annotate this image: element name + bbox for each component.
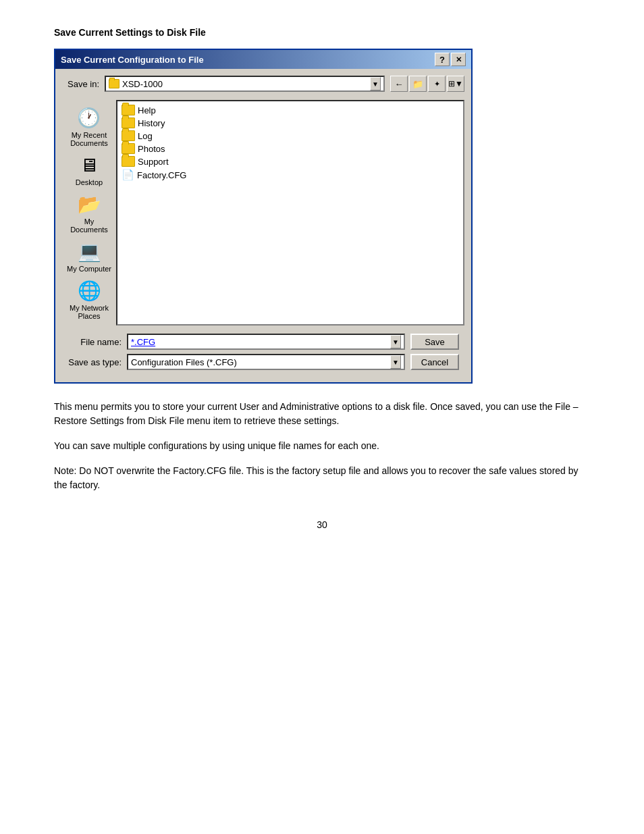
folder-photos-label: Photos <box>138 144 165 154</box>
sidebar-item-mydocs[interactable]: 📂 My Documents <box>65 192 113 234</box>
folder-icon-photos <box>122 143 135 154</box>
folder-log[interactable]: Log <box>120 130 460 142</box>
file-name-dropdown-arrow[interactable]: ▼ <box>390 335 401 348</box>
sidebar-label-mydocs: My Documents <box>65 217 113 234</box>
folder-icon-support <box>122 156 135 167</box>
toolbar-buttons: 📁 ✦ ⊞▼ <box>390 76 464 92</box>
save-type-combo[interactable]: Configuration Files (*.CFG) ▼ <box>127 354 405 370</box>
dialog-bottom: File name: *.CFG ▼ Save Save as type: Co… <box>62 331 464 375</box>
folder-help-label: Help <box>138 105 156 115</box>
body-paragraph-1: This menu permits you to store your curr… <box>54 400 581 428</box>
help-button[interactable]: ? <box>435 53 450 66</box>
dialog-title: Save Current Configuration to File <box>61 55 204 65</box>
file-name-combo[interactable]: *.CFG ▼ <box>127 334 405 350</box>
sidebar-label-computer: My Computer <box>67 265 111 273</box>
file-name-value: *.CFG <box>131 337 390 347</box>
file-list: Help History Log Photos Support <box>116 100 464 325</box>
dialog-main: 🕐 My RecentDocuments 🖥 Desktop 📂 My Docu… <box>62 100 464 325</box>
save-in-value: XSD-1000 <box>122 79 367 89</box>
sidebar-item-desktop[interactable]: 🖥 Desktop <box>76 153 103 186</box>
sidebar-item-recent[interactable]: 🕐 My RecentDocuments <box>70 105 108 147</box>
dialog-titlebar: Save Current Configuration to File ? ✕ <box>55 50 471 69</box>
body-paragraph-2: You can save multiple configurations by … <box>54 439 581 453</box>
folder-icon-history <box>122 118 135 128</box>
computer-icon: 💻 <box>76 239 103 263</box>
save-dialog: Save Current Configuration to File ? ✕ S… <box>54 49 473 384</box>
folder-history[interactable]: History <box>120 117 460 129</box>
file-name-label: File name: <box>68 337 122 347</box>
back-button[interactable] <box>390 76 408 92</box>
folder-help[interactable]: Help <box>120 104 460 116</box>
network-icon: 🌐 <box>76 278 103 303</box>
folder-icon-help <box>122 105 135 115</box>
save-in-label: Save in: <box>62 79 99 89</box>
sidebar-label-desktop: Desktop <box>76 178 103 186</box>
folder-history-label: History <box>138 118 165 128</box>
sidebar-item-network[interactable]: 🌐 My Network Places <box>65 278 113 320</box>
file-factory-cfg[interactable]: 📄 Factory.CFG <box>120 168 460 182</box>
save-type-label: Save as type: <box>68 357 122 367</box>
folder-support-label: Support <box>138 157 169 167</box>
sidebar-item-computer[interactable]: 💻 My Computer <box>67 239 111 273</box>
sidebar-label-network: My Network Places <box>65 304 113 320</box>
cancel-button[interactable]: Cancel <box>410 354 459 370</box>
titlebar-buttons: ? ✕ <box>435 53 466 66</box>
dialog-body: Save in: XSD-1000 ▼ 📁 ✦ ⊞▼ 🕐 <box>55 69 471 382</box>
save-in-combo[interactable]: XSD-1000 ▼ <box>105 76 385 92</box>
folder-icon-small <box>109 79 119 88</box>
folder-photos[interactable]: Photos <box>120 142 460 155</box>
folder-icon-log <box>122 130 135 141</box>
save-type-row: Save as type: Configuration Files (*.CFG… <box>68 354 459 370</box>
save-button[interactable]: Save <box>410 334 459 350</box>
folder-log-label: Log <box>138 131 153 141</box>
cfg-file-icon: 📄 <box>122 169 134 181</box>
view-button[interactable]: ⊞▼ <box>447 76 464 92</box>
mydocs-icon: 📂 <box>76 192 103 216</box>
save-in-dropdown-arrow[interactable]: ▼ <box>370 77 381 90</box>
up-folder-button[interactable]: 📁 <box>409 76 427 92</box>
recent-docs-icon: 🕐 <box>76 105 103 130</box>
close-button[interactable]: ✕ <box>451 53 466 66</box>
folder-support[interactable]: Support <box>120 155 460 167</box>
sidebar: 🕐 My RecentDocuments 🖥 Desktop 📂 My Docu… <box>62 100 116 325</box>
desktop-icon: 🖥 <box>76 153 103 177</box>
save-type-value: Configuration Files (*.CFG) <box>131 357 390 367</box>
page-number: 30 <box>54 519 590 530</box>
body-paragraph-3: Note: Do NOT overwrite the Factory.CFG f… <box>54 464 581 492</box>
save-type-dropdown-arrow[interactable]: ▼ <box>390 355 401 369</box>
new-folder-button[interactable]: ✦ <box>428 76 446 92</box>
file-name-row: File name: *.CFG ▼ Save <box>68 334 459 350</box>
page-heading: Save Current Settings to Disk File <box>54 27 590 38</box>
file-factory-cfg-label: Factory.CFG <box>137 170 186 180</box>
sidebar-label-recent: My RecentDocuments <box>70 131 108 147</box>
save-in-row: Save in: XSD-1000 ▼ 📁 ✦ ⊞▼ <box>62 76 464 92</box>
